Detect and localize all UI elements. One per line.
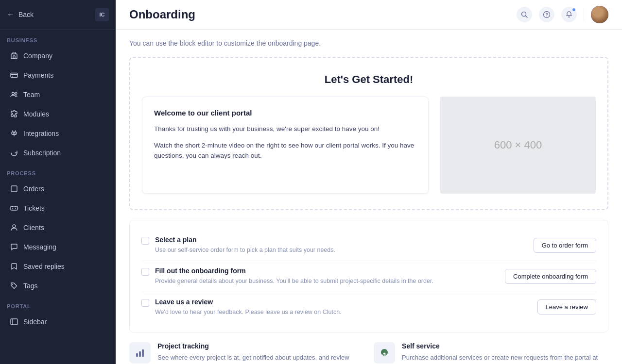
checklist-item-fill-onboarding: Fill out the onboarding form Provide gen… [141,261,596,292]
leave-review-button[interactable]: Leave a review [537,299,596,314]
search-button[interactable] [517,7,532,22]
main-content: Onboarding You can use the block editor … [116,0,622,364]
welcome-section: Let's Get Started! Welcome to our client… [129,57,608,210]
sidebar-item-subscription[interactable]: Subscription [3,144,113,162]
building-icon [10,51,18,60]
svg-rect-16 [139,351,141,357]
square-icon [10,184,18,193]
avatar-image [591,6,608,23]
bookmark-icon [10,262,18,271]
help-button[interactable] [539,7,554,22]
refresh-icon [10,149,18,157]
avatar[interactable] [591,6,608,23]
puzzle-icon [10,110,18,118]
feature-desc-self-service: Purchase additional services or create n… [402,353,608,364]
svg-rect-15 [136,353,138,357]
sidebar-item-orders[interactable]: Orders [3,180,113,198]
go-to-order-form-button[interactable]: Go to order form [534,238,596,253]
svg-point-9 [13,225,16,228]
checklist-title-fill-onboarding: Fill out the onboarding form [155,267,433,275]
welcome-card-p2: Watch the short 2-minute video on the ri… [154,140,416,161]
sidebar-item-payments[interactable]: Payments [3,66,113,84]
welcome-card-title: Welcome to our client portal [154,109,416,117]
notification-dot [572,8,576,12]
page-subtitle: You can use the block editor to customiz… [129,39,608,47]
sidebar-item-label: Saved replies [23,263,65,270]
features-row: Project tracking See where every project… [129,342,608,364]
sidebar-item-sidebar[interactable]: Sidebar [3,313,113,331]
sidebar-item-label: Integrations [23,130,59,137]
feature-desc-project-tracking: See where every project is at, get notif… [157,353,364,364]
sidebar-item-label: Subscription [23,149,61,157]
svg-rect-2 [11,73,17,78]
section-heading: Let's Get Started! [142,73,596,86]
section-label-process: PROCESS [0,163,116,179]
section-label-portal: PORTAL [0,296,116,312]
sidebar-item-messaging[interactable]: Messaging [3,238,113,256]
sidebar-icon [10,317,18,326]
feature-title-self-service: Self service [402,342,608,350]
page-title: Onboarding [129,8,195,21]
checklist-card: Select a plan Use our self-service order… [129,220,608,332]
sidebar-item-tickets[interactable]: Tickets [3,199,113,217]
chat-icon [10,243,18,251]
sidebar-item-clients[interactable]: Clients [3,218,113,237]
notifications-button[interactable] [561,7,577,22]
svg-rect-1 [13,56,15,59]
chart-icon [129,342,151,364]
back-button[interactable]: ← Back [7,10,34,19]
sidebar: ← Back IC BUSINESS Company Payments Team… [0,0,116,364]
topbar-divider [584,8,584,21]
checklist-title-select-plan: Select a plan [155,236,335,244]
checklist-title-leave-review: Leave us a review [155,298,342,306]
sidebar-item-label: Tags [23,282,38,290]
checklist-desc-leave-review: We'd love to hear your feedback. Please … [155,308,342,317]
sidebar-item-company[interactable]: Company [3,47,113,65]
checkbox-leave-review[interactable] [141,299,149,307]
sidebar-item-label: Orders [23,185,44,193]
feature-self-service: Self service Purchase additional service… [374,342,608,364]
sidebar-item-label: Tickets [23,204,45,212]
svg-rect-17 [142,349,144,357]
sidebar-item-team[interactable]: Team [3,85,113,104]
checklist-item-select-plan: Select a plan Use our self-service order… [141,230,596,261]
sidebar-item-label: Modules [23,110,49,118]
back-label: Back [18,11,34,18]
sidebar-item-integrations[interactable]: Integrations [3,124,113,143]
welcome-card: Welcome to our client portal Thanks for … [142,97,429,194]
sidebar-item-label: Team [23,91,40,99]
feature-title-project-tracking: Project tracking [157,342,364,350]
ticket-icon [10,204,18,213]
checkbox-fill-onboarding[interactable] [141,268,149,276]
person-icon [10,223,18,232]
video-placeholder: 600 × 400 [440,97,596,194]
checklist-desc-select-plan: Use our self-service order form to pick … [155,246,335,255]
sidebar-item-label: Messaging [23,243,56,251]
credit-card-icon [10,71,18,80]
sidebar-item-modules[interactable]: Modules [3,105,113,123]
checklist-item-leave-review: Leave us a review We'd love to hear your… [141,292,596,323]
checklist-desc-fill-onboarding: Provide general details about your busin… [155,277,433,286]
users-icon [10,90,18,99]
topbar: Onboarding [116,0,622,30]
content-area: You can use the block editor to customiz… [116,30,622,364]
checkbox-select-plan[interactable] [141,237,149,245]
svg-rect-6 [12,132,17,134]
sidebar-item-tags[interactable]: Tags [3,277,113,295]
back-arrow-icon: ← [7,10,15,19]
plug-icon [10,129,18,138]
sidebar-item-saved-replies[interactable]: Saved replies [3,257,113,276]
welcome-card-p1: Thanks for trusting us with your busines… [154,124,416,134]
sidebar-item-label: Clients [23,224,44,232]
sidebar-header: ← Back IC [0,0,116,30]
svg-rect-7 [11,186,17,192]
svg-rect-8 [11,206,17,210]
svg-point-14 [546,16,547,16]
complete-onboarding-form-button[interactable]: Complete onboarding form [505,269,596,284]
sidebar-item-label: Company [23,52,52,60]
svg-rect-11 [11,319,17,325]
topbar-actions [517,6,608,23]
sidebar-item-label: Sidebar [23,318,47,326]
svg-point-5 [15,93,17,95]
ic-icon[interactable]: IC [95,8,109,21]
